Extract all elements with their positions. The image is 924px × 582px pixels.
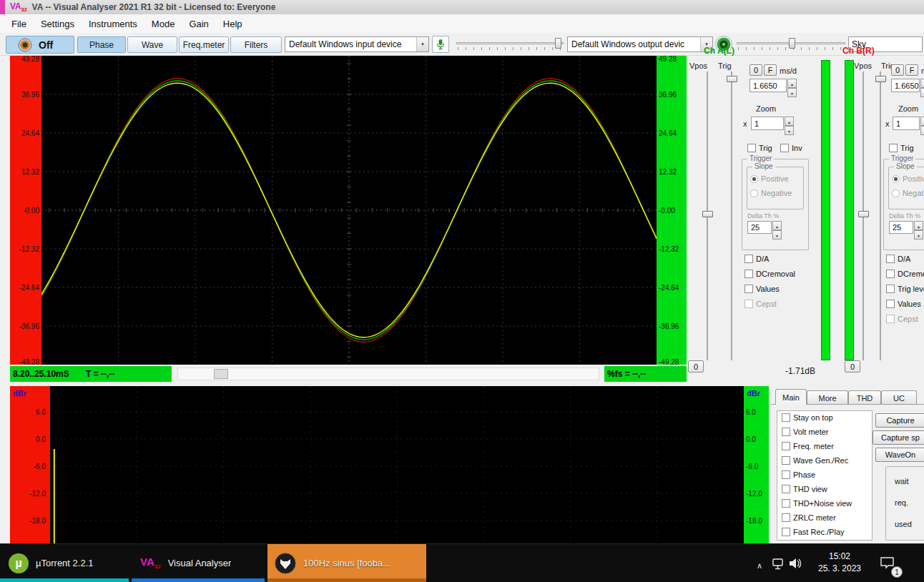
spinner-down-icon[interactable] (772, 230, 782, 240)
filters-button[interactable]: Filters (230, 36, 282, 53)
spinner-down-icon[interactable] (914, 230, 923, 240)
spinner-up-icon[interactable] (920, 117, 924, 126)
slider-thumb[interactable] (555, 38, 561, 49)
slider-thumb[interactable] (727, 76, 737, 82)
zero-button-b[interactable]: 0 (891, 64, 904, 76)
checkbox-thd-noise-view[interactable]: THD+Noise view (777, 497, 872, 511)
menu-gain[interactable]: Gain (182, 16, 215, 32)
scale-value: 36.96 (21, 91, 39, 99)
utorrent-icon (9, 553, 29, 573)
spinner-up-icon[interactable] (785, 117, 794, 126)
titlebar[interactable]: VA32 VA -- Visual Analyser 2021 R1 32 bi… (0, 0, 924, 14)
dcremoval-checkbox-a[interactable]: DCremoval (744, 270, 795, 278)
time-div-input-a[interactable]: 1.6650 (749, 79, 787, 92)
checkbox-fast-rec-play[interactable]: Fast Rec./Play (777, 526, 872, 540)
microphone-button[interactable] (432, 36, 449, 53)
delta-th-input-a[interactable]: 25 (747, 221, 772, 234)
vpos-slider-b[interactable] (858, 71, 870, 360)
checkbox-phase[interactable]: Phase (777, 468, 872, 483)
menu-instruments[interactable]: Instruments (82, 16, 144, 32)
spinner-up-icon[interactable] (920, 79, 924, 88)
slider-thumb[interactable] (858, 211, 869, 217)
slider-thumb[interactable] (875, 76, 886, 82)
tab-uc[interactable]: UC (881, 390, 917, 405)
wave-button[interactable]: Wave (127, 36, 177, 53)
checkbox-stay-on-top[interactable]: Stay on top (777, 411, 872, 425)
slope-positive-radio-b[interactable]: Positive (892, 174, 924, 183)
checkbox-freq-meter[interactable]: Freq. meter (777, 440, 872, 454)
time-div-input-b[interactable]: 1.6650 (891, 79, 920, 92)
network-icon[interactable] (772, 558, 787, 571)
checkbox-volt-meter[interactable]: Volt meter (777, 425, 872, 440)
delta-th-spinner-a[interactable] (772, 221, 782, 234)
spinner-down-icon[interactable] (785, 126, 794, 135)
menu-mode[interactable]: Mode (144, 16, 182, 32)
zoom-spinner-b[interactable] (920, 117, 924, 130)
vpos-reset-button-a[interactable]: 0 (688, 360, 704, 373)
checkbox-wave-gen-rec[interactable]: Wave Gen./Rec (777, 454, 872, 468)
checkbox-zrlc-meter[interactable]: ZRLC meter (777, 511, 872, 526)
slope-negative-radio-b[interactable]: Negative (892, 189, 924, 197)
trig-slider-a[interactable] (727, 71, 738, 360)
spinner-down-icon[interactable] (920, 88, 924, 97)
capture-spectrum-button[interactable]: Capture sp (873, 430, 924, 445)
vpos-slider-a[interactable] (702, 71, 714, 360)
notification-badge[interactable]: 1 (891, 566, 903, 578)
spinner-down-icon[interactable] (787, 88, 797, 97)
tab-more[interactable]: More (807, 390, 848, 405)
zoom-input-a[interactable]: 1 (751, 117, 784, 130)
scope-scrollbar[interactable] (177, 368, 599, 380)
cepst-checkbox-a[interactable]: Cepst (744, 300, 777, 308)
taskbar-item-foobar[interactable]: 100Hz sinus [fooba... (267, 544, 426, 582)
spinner-up-icon[interactable] (787, 79, 797, 88)
slope-positive-radio-a[interactable]: Positive (750, 174, 789, 183)
zero-button-a[interactable]: 0 (749, 64, 762, 76)
trig-checkbox-b[interactable]: Trig (889, 144, 914, 152)
tray-clock[interactable]: 15:02 25. 3. 2023 (805, 551, 874, 575)
onoff-button[interactable]: Off (6, 36, 74, 54)
slider-thumb[interactable] (702, 211, 713, 217)
trig-checkbox-a[interactable]: Trig (747, 144, 772, 152)
tab-thd[interactable]: THD (848, 390, 881, 405)
taskbar-item-visual-analyser[interactable]: VA32 Visual Analyser (132, 544, 265, 582)
cepst-checkbox-b[interactable]: Cepst (886, 315, 918, 323)
inv-checkbox-a[interactable]: Inv (780, 144, 802, 152)
values-checkbox-b[interactable]: Values (886, 300, 921, 308)
zoom-input-b[interactable]: 1 (893, 117, 920, 130)
dcremoval-checkbox-b[interactable]: DCremoval (886, 270, 924, 278)
input-volume-slider[interactable] (456, 37, 564, 51)
zoom-spinner-a[interactable] (785, 117, 794, 130)
values-checkbox-a[interactable]: Values (744, 285, 780, 293)
checkbox-thd-view[interactable]: THD view (777, 483, 872, 497)
fs-readout: %fs = --,-- (607, 369, 646, 379)
da-checkbox-a[interactable]: D/A (744, 255, 769, 263)
trig-level-checkbox-b[interactable]: Trig level (886, 285, 924, 293)
scrollbar-thumb[interactable] (214, 369, 228, 379)
delta-th-input-b[interactable]: 25 (889, 221, 913, 234)
time-div-spinner-b[interactable] (920, 79, 924, 92)
freqmeter-button[interactable]: Freq.meter (179, 36, 229, 53)
spinner-up-icon[interactable] (772, 221, 782, 230)
vpos-reset-button-b[interactable]: 0 (845, 360, 860, 373)
menu-file[interactable]: File (4, 16, 34, 32)
freeze-button-b[interactable]: F (905, 64, 918, 76)
taskbar-item-utorrent[interactable]: µTorrent 2.2.1 (0, 544, 129, 582)
time-div-spinner-a[interactable] (787, 79, 797, 92)
input-device-combo[interactable]: Default Windows input device (285, 36, 429, 52)
delta-th-spinner-b[interactable] (914, 221, 923, 234)
spinner-up-icon[interactable] (914, 221, 923, 230)
volume-icon[interactable] (790, 558, 802, 569)
slope-negative-radio-a[interactable]: Negative (750, 189, 792, 197)
phase-button[interactable]: Phase (77, 36, 126, 53)
waveon-button[interactable]: WaveOn (875, 448, 924, 462)
tray-chevron-icon[interactable] (757, 558, 762, 571)
spinner-down-icon[interactable] (920, 126, 924, 135)
capture-button[interactable]: Capture (875, 413, 924, 428)
freeze-button-a[interactable]: F (764, 64, 777, 76)
checkbox-label: DCremoval (756, 270, 795, 278)
menu-help[interactable]: Help (216, 16, 250, 32)
tab-main[interactable]: Main (775, 389, 807, 405)
da-checkbox-b[interactable]: D/A (886, 255, 910, 263)
menu-settings[interactable]: Settings (34, 16, 82, 32)
chevron-down-icon[interactable] (416, 37, 428, 51)
